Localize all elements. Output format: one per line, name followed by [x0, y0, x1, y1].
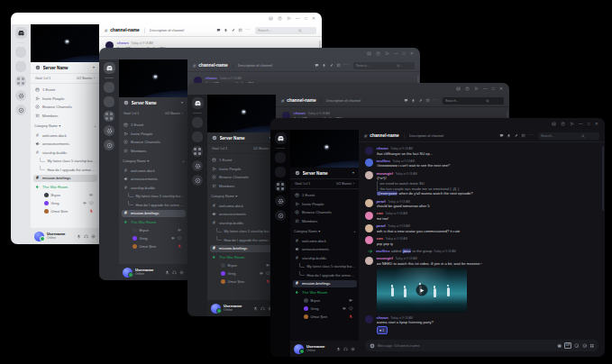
maximize-button[interactable]: □ [305, 16, 307, 21]
category-header[interactable]: Category Name ▾ + [119, 158, 187, 165]
update-icon[interactable] [385, 51, 389, 56]
channel-welcome-dock[interactable]: # welcome-dock [122, 167, 186, 175]
server-folder[interactable] [275, 181, 286, 192]
scrollbar[interactable] [602, 146, 604, 211]
user-avatar[interactable] [123, 268, 132, 278]
settings-gear-icon[interactable] [91, 234, 96, 239]
everyone-mention[interactable]: @everyone [377, 191, 398, 196]
nav-events[interactable]: 1 Event [33, 86, 97, 95]
category-header[interactable]: Category Name ▾ + [31, 123, 99, 130]
settings-gear-icon[interactable] [351, 347, 355, 351]
nav-events[interactable]: 1 Event [293, 192, 357, 200]
boost-bar[interactable]: Goal: Lvl 1 0/2 Boosts › [31, 74, 99, 84]
threads-icon[interactable] [404, 98, 408, 103]
minimize-button[interactable]: — [579, 122, 583, 126]
avatar[interactable] [365, 199, 373, 207]
more-options-icon[interactable]: ··· [433, 98, 438, 103]
nav-browse-channels[interactable]: Browse Channels [210, 174, 274, 182]
settings-gear-icon[interactable] [15, 90, 26, 101]
nav-invite-people[interactable]: Invite People [210, 165, 274, 173]
voice-member-umut[interactable]: Umut Şirin [293, 314, 357, 321]
emoji-icon[interactable] [582, 343, 588, 349]
avatar[interactable] [365, 147, 373, 155]
mic-icon[interactable] [165, 270, 169, 275]
server-folder[interactable] [104, 111, 114, 122]
thread-armor[interactable]: How do I upgrade the armor ... [122, 201, 186, 209]
inbox-icon[interactable] [367, 51, 371, 56]
voice-channel-war-room[interactable]: The War Room [210, 253, 274, 261]
minimize-button[interactable]: — [296, 16, 300, 21]
avatar[interactable] [365, 315, 373, 323]
server-icon[interactable] [192, 132, 203, 142]
boost-bar[interactable]: Goal: Lvl 1 0/2 Boosts › [207, 144, 276, 154]
maximize-button[interactable]: □ [492, 86, 495, 91]
nav-members[interactable]: Members [122, 147, 186, 155]
inbox-icon[interactable] [552, 122, 556, 126]
search-input[interactable]: Search... [353, 62, 415, 69]
channel-starship-builds[interactable]: # starship-builds [33, 149, 97, 157]
settings-gear-icon[interactable] [179, 270, 184, 275]
pin-icon[interactable] [514, 133, 518, 138]
member-list-icon[interactable] [238, 28, 242, 32]
voice-member-bryan[interactable]: Bryan [210, 262, 274, 269]
help-icon[interactable] [561, 122, 565, 126]
close-button[interactable]: ✕ [312, 16, 315, 21]
voice-member-greg[interactable]: Greg [122, 235, 186, 242]
gift-icon[interactable] [557, 343, 562, 349]
channel-mission-briefings[interactable]: # mission-briefings [210, 245, 274, 253]
close-button[interactable]: ✕ [595, 122, 598, 126]
settings-gear-icon[interactable] [104, 125, 114, 136]
search-input[interactable]: Search... [443, 97, 504, 105]
maximize-button[interactable]: □ [588, 122, 590, 126]
voice-member-umut[interactable]: Umut Şirin [122, 243, 186, 250]
discord-home-button[interactable] [192, 97, 204, 109]
nav-members[interactable]: Members [33, 112, 97, 120]
more-options-icon[interactable]: ··· [245, 28, 251, 32]
nav-invite-people[interactable]: Invite People [33, 95, 97, 103]
server-icon[interactable] [104, 96, 114, 107]
channel-welcome-dock[interactable]: # welcome-dock [210, 202, 274, 210]
channel-announcements[interactable]: announcements [293, 246, 357, 254]
username[interactable]: shawn [294, 111, 306, 116]
thread-armor[interactable]: How do I upgrade the armor ... [33, 166, 97, 174]
user-avatar[interactable] [294, 344, 304, 354]
username[interactable]: moongirl [377, 256, 393, 261]
more-options-icon[interactable]: ··· [528, 133, 534, 138]
mic-icon[interactable] [77, 234, 81, 239]
inbox-icon[interactable] [269, 16, 273, 21]
category-header[interactable]: Category Name ▾ + [290, 228, 359, 235]
threads-icon[interactable] [315, 63, 319, 68]
category-header[interactable]: Category Name ▾ + [207, 193, 276, 200]
help-icon[interactable] [465, 86, 470, 91]
voice-channel-war-room[interactable]: The War Room [33, 183, 97, 191]
explore-compass-icon[interactable] [15, 105, 26, 115]
message-input[interactable]: Message #channel-name GIF [365, 340, 598, 351]
explore-compass-icon[interactable] [192, 175, 203, 186]
mic-icon[interactable] [336, 347, 341, 351]
mic-icon[interactable] [253, 306, 258, 311]
voice-member-greg[interactable]: Greg [33, 200, 97, 207]
add-channel-icon[interactable]: + [182, 159, 184, 163]
username[interactable]: san [377, 236, 383, 241]
thread-starship[interactable]: My latest class 5 starship bui... [293, 263, 357, 271]
discord-home-button[interactable] [275, 132, 287, 144]
server-header[interactable]: Server Name ▾ [119, 97, 187, 109]
update-icon[interactable] [474, 86, 479, 91]
update-icon[interactable] [570, 122, 574, 126]
explore-compass-icon[interactable] [104, 140, 114, 150]
search-input[interactable]: Search... [538, 132, 599, 140]
user-avatar[interactable] [211, 304, 221, 314]
thread-starship[interactable]: My latest class 5 starship bui... [33, 158, 97, 166]
sticker-icon[interactable] [574, 343, 580, 349]
help-icon[interactable] [278, 16, 282, 21]
nav-invite-people[interactable]: Invite People [293, 200, 357, 208]
discord-home-button[interactable] [15, 27, 27, 39]
user-mention[interactable]: jasu [402, 249, 411, 253]
discord-home-button[interactable] [104, 62, 115, 74]
username[interactable]: pearl [377, 223, 386, 229]
bell-icon[interactable] [224, 28, 228, 32]
help-icon[interactable] [376, 51, 380, 56]
voice-member-bryan[interactable]: Bryan [293, 297, 357, 305]
headphones-icon[interactable] [343, 347, 348, 351]
member-list-icon[interactable] [336, 63, 341, 68]
